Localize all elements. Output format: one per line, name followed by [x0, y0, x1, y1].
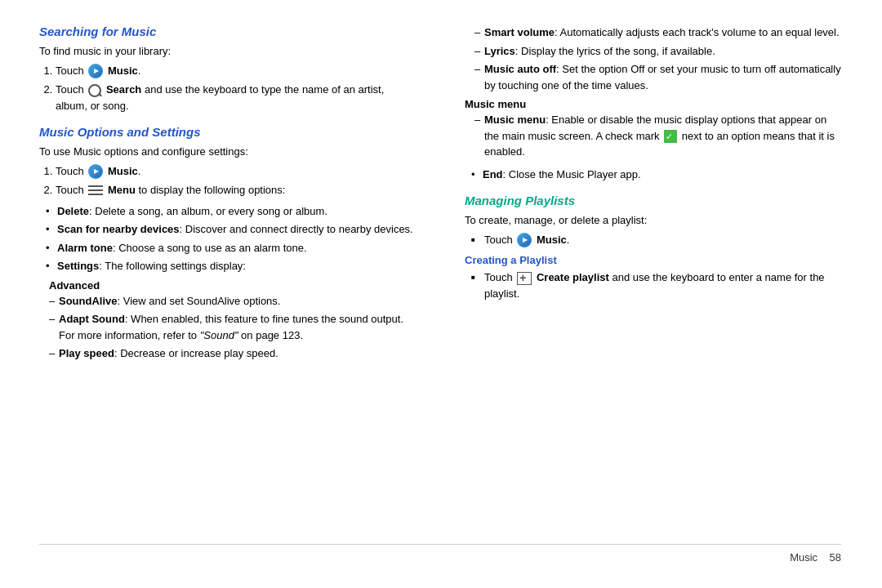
search-icon-1 [88, 84, 101, 97]
music-menu-label: Music menu [465, 98, 841, 110]
music-options-title: Music Options and Settings [39, 125, 416, 139]
advanced-label: Advanced [49, 279, 416, 292]
music-label-3: Music [537, 234, 567, 246]
music-options-step-1: Touch Music. [56, 163, 416, 180]
bullet-delete: Delete: Delete a song, an album, or ever… [46, 203, 416, 220]
music-menu-dashes: Music menu: Enable or disable the music … [474, 112, 841, 160]
managing-square-item: Touch Music. [471, 232, 841, 248]
music-options-step-2: Touch Menu to display the following opti… [56, 182, 416, 198]
dash-music-menu: Music menu: Enable or disable the music … [474, 112, 841, 160]
managing-square-list: Touch Music. [471, 232, 841, 248]
music-label-1: Music [108, 65, 138, 77]
end-bullet-list: End: Close the Music Player app. [471, 167, 841, 183]
checkmark-icon [664, 130, 677, 143]
right-top-dashes: Smart volume: Automatically adjusts each… [474, 24, 841, 93]
music-label-2: Music [108, 165, 138, 177]
music-options-section: Music Options and Settings To use Music … [39, 125, 416, 362]
menu-label: Menu [108, 184, 136, 196]
footer: Music 58 [39, 544, 841, 564]
footer-page: 58 [830, 551, 841, 564]
music-options-intro: To use Music options and configure setti… [39, 144, 416, 160]
searching-steps: Touch Music. Touch Search and use the ke… [56, 63, 416, 114]
dash-music-auto-off: Music auto off: Set the option Off or se… [474, 61, 841, 93]
menu-icon-1 [88, 185, 103, 197]
dash-adapt-sound: Adapt Sound: When enabled, this feature … [49, 311, 416, 343]
searching-intro: To find music in your library: [39, 43, 416, 60]
searching-for-music-section: Searching for Music To find music in you… [39, 24, 416, 114]
music-options-steps: Touch Music. Touch Menu to display the f… [56, 163, 416, 198]
dash-smart-volume: Smart volume: Automatically adjusts each… [474, 24, 841, 41]
bullet-scan: Scan for nearby devices: Discover and co… [46, 221, 416, 238]
bullet-end: End: Close the Music Player app. [471, 167, 841, 183]
creating-square-item: Touch Create playlist and use the keyboa… [471, 270, 841, 301]
managing-intro: To create, manage, or delete a playlist: [465, 212, 841, 229]
music-icon-3 [517, 233, 532, 247]
searching-step-2: Touch Search and use the keyboard to typ… [56, 82, 416, 114]
content-columns: Searching for Music To find music in you… [39, 24, 841, 536]
page: Searching for Music To find music in you… [0, 0, 882, 588]
creating-square-list: Touch Create playlist and use the keyboa… [471, 270, 841, 301]
left-column: Searching for Music To find music in you… [39, 24, 424, 536]
managing-playlists-title: Managing Playlists [465, 194, 841, 207]
managing-playlists-section: Managing Playlists To create, manage, or… [465, 194, 841, 247]
creating-playlist-title: Creating a Playlist [465, 254, 841, 266]
search-label: Search [106, 83, 141, 96]
create-playlist-label: Create playlist [537, 271, 609, 283]
music-options-bullets: Delete: Delete a song, an album, or ever… [46, 203, 416, 274]
bullet-alarm: Alarm tone: Choose a song to use as an a… [46, 240, 416, 256]
searching-for-music-title: Searching for Music [39, 24, 416, 38]
dash-lyrics: Lyrics: Display the lyrics of the song, … [474, 43, 841, 60]
footer-label: Music [790, 551, 817, 564]
dash-play-speed: Play speed: Decrease or increase play sp… [49, 345, 416, 362]
create-playlist-icon [517, 272, 532, 285]
advanced-dashes: SoundAlive: View and set SoundAlive opti… [49, 293, 416, 362]
music-icon-1 [88, 64, 103, 78]
dash-soundalive: SoundAlive: View and set SoundAlive opti… [49, 293, 416, 310]
bullet-settings: Settings: The following settings display… [46, 258, 416, 274]
creating-playlist-section: Creating a Playlist Touch Create playlis… [465, 254, 841, 301]
right-column: Smart volume: Automatically adjusts each… [457, 24, 841, 536]
music-icon-2 [88, 164, 103, 179]
searching-step-1: Touch Music. [56, 63, 416, 79]
